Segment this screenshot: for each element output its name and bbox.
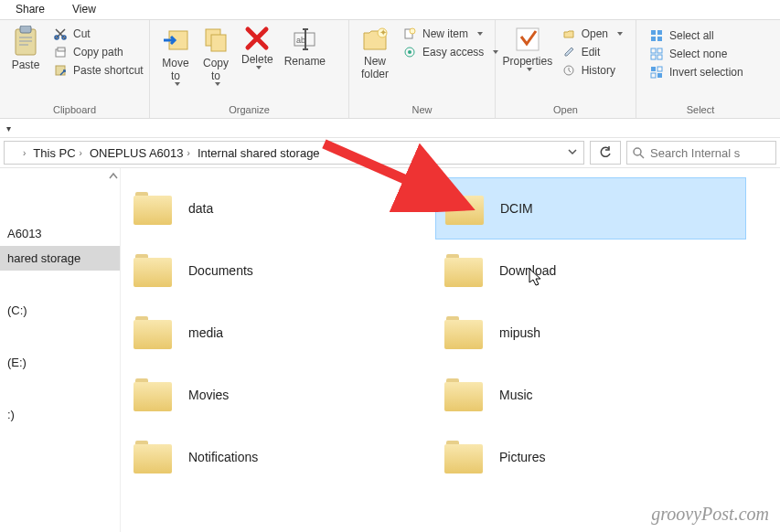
folder-label: mipush (499, 325, 540, 340)
svg-rect-36 (651, 73, 656, 78)
svg-rect-28 (651, 37, 656, 41)
invert-selection-button[interactable]: Invert selection (646, 64, 747, 80)
breadcrumb-device[interactable]: ONEPLUS A6013› (86, 146, 194, 160)
svg-rect-33 (657, 55, 662, 59)
clipboard-group-label: Clipboard (0, 104, 149, 118)
breadcrumb-this-pc[interactable]: This PC› (29, 146, 86, 160)
select-all-label: Select all (669, 29, 714, 42)
qat-dropdown-button[interactable]: ▾ (4, 122, 14, 135)
properties-button[interactable]: Properties (501, 24, 554, 73)
quick-access-toolbar: ▾ (0, 119, 780, 137)
cut-label: Cut (73, 27, 91, 40)
sidebar-item-drive-e[interactable]: (E:) (0, 350, 120, 375)
new-item-button[interactable]: New item (399, 26, 502, 42)
folder-item[interactable]: Movies (124, 364, 435, 426)
svg-rect-30 (651, 48, 656, 53)
ribbon-group-organize: Move to Copy to Delete ab Rename Organiz… (150, 20, 349, 118)
svg-rect-1 (20, 26, 31, 33)
select-all-button[interactable]: Select all (646, 27, 747, 44)
folder-icon (134, 441, 172, 473)
folder-icon (444, 254, 483, 287)
folder-item[interactable]: Documents (124, 239, 435, 302)
svg-rect-29 (657, 37, 662, 41)
copy-path-icon (53, 45, 68, 59)
tab-share[interactable]: Share (2, 0, 59, 19)
open-label: Open (582, 27, 608, 40)
svg-rect-26 (651, 30, 656, 35)
ribbon: Paste Cut Copy path Paste shortcut Clipb… (0, 20, 780, 119)
copy-to-icon (202, 26, 230, 55)
move-to-button[interactable]: Move to (155, 24, 196, 88)
folder-item[interactable]: mipush (435, 302, 746, 364)
breadcrumb-storage[interactable]: Internal shared storage (194, 146, 324, 160)
svg-rect-12 (211, 35, 226, 51)
copy-path-button[interactable]: Copy path (49, 44, 147, 60)
rename-button[interactable]: ab Rename (279, 24, 331, 69)
new-folder-button[interactable]: ✦ New folder (355, 24, 395, 82)
folder-label: media (188, 325, 223, 340)
svg-rect-4 (19, 44, 28, 46)
organize-group-label: Organize (150, 104, 348, 118)
edit-icon (561, 45, 576, 59)
search-box[interactable]: Search Internal s (626, 141, 776, 165)
folder-icon (445, 192, 484, 225)
edit-button[interactable]: Edit (558, 44, 626, 60)
svg-rect-32 (651, 55, 656, 59)
address-expand-icon[interactable] (567, 146, 578, 160)
sidebar-item-drive-c[interactable]: (C:) (0, 298, 120, 323)
svg-text:ab: ab (296, 36, 305, 45)
svg-rect-2 (19, 37, 32, 38)
folder-item[interactable]: data (124, 177, 435, 239)
new-item-label: New item (422, 27, 468, 40)
svg-text:✦: ✦ (379, 27, 387, 37)
copy-path-label: Copy path (73, 46, 123, 59)
select-group-label: Select (636, 104, 764, 118)
svg-rect-3 (19, 40, 32, 42)
breadcrumb-bar[interactable]: › This PC› ONEPLUS A6013› Internal share… (4, 141, 584, 165)
svg-point-38 (634, 148, 641, 155)
paste-shortcut-button[interactable]: Paste shortcut (49, 62, 147, 79)
delete-button[interactable]: Delete (236, 24, 279, 71)
open-button[interactable]: Open (558, 26, 626, 42)
paste-button[interactable]: Paste (5, 24, 46, 73)
new-item-icon (402, 27, 417, 41)
sidebar-item-storage[interactable]: hared storage (0, 246, 120, 271)
easy-access-button[interactable]: Easy access (399, 44, 502, 60)
paste-icon (12, 26, 39, 57)
move-to-icon (162, 26, 189, 55)
properties-icon (514, 26, 541, 53)
folder-label: Music (499, 388, 533, 402)
folder-label: Pictures (499, 450, 546, 464)
open-group-label: Open (496, 104, 636, 118)
breadcrumb-separator[interactable]: › (17, 148, 29, 158)
delete-x-icon (244, 26, 270, 51)
select-none-button[interactable]: Select none (646, 46, 747, 62)
scroll-up-icon[interactable] (107, 170, 121, 185)
folder-item[interactable]: Notifications (124, 426, 435, 488)
svg-rect-8 (58, 48, 65, 51)
sidebar-item-drive-other[interactable]: :) (0, 402, 120, 427)
folder-item[interactable]: DCIM (435, 177, 746, 239)
folder-label: DCIM (500, 201, 533, 216)
folder-item[interactable]: media (124, 302, 435, 364)
folder-item[interactable]: Download (435, 239, 746, 302)
rename-icon: ab (293, 26, 316, 53)
mouse-cursor-icon (529, 268, 545, 288)
folder-label: Movies (188, 388, 229, 402)
history-icon (561, 63, 576, 78)
address-bar-row: › This PC› ONEPLUS A6013› Internal share… (0, 137, 780, 168)
navigation-pane[interactable]: A6013 hared storage (C:) (E:) :) (0, 168, 121, 532)
refresh-button[interactable] (590, 141, 621, 165)
svg-rect-27 (657, 30, 662, 35)
ribbon-group-select: Select all Select none Invert selection … (636, 20, 764, 118)
file-list[interactable]: dataDCIMDocumentsDownloadmediamipushMovi… (121, 168, 780, 532)
copy-to-button[interactable]: Copy to (196, 24, 236, 88)
delete-label: Delete (241, 53, 273, 66)
folder-item[interactable]: Music (435, 364, 746, 426)
cut-button[interactable]: Cut (49, 26, 147, 42)
sidebar-item-device[interactable]: A6013 (0, 221, 120, 246)
folder-item[interactable]: Pictures (435, 426, 746, 488)
tab-view[interactable]: View (59, 0, 110, 19)
ribbon-group-new: ✦ New folder New item Easy access New (349, 20, 496, 118)
history-button[interactable]: History (558, 62, 626, 79)
